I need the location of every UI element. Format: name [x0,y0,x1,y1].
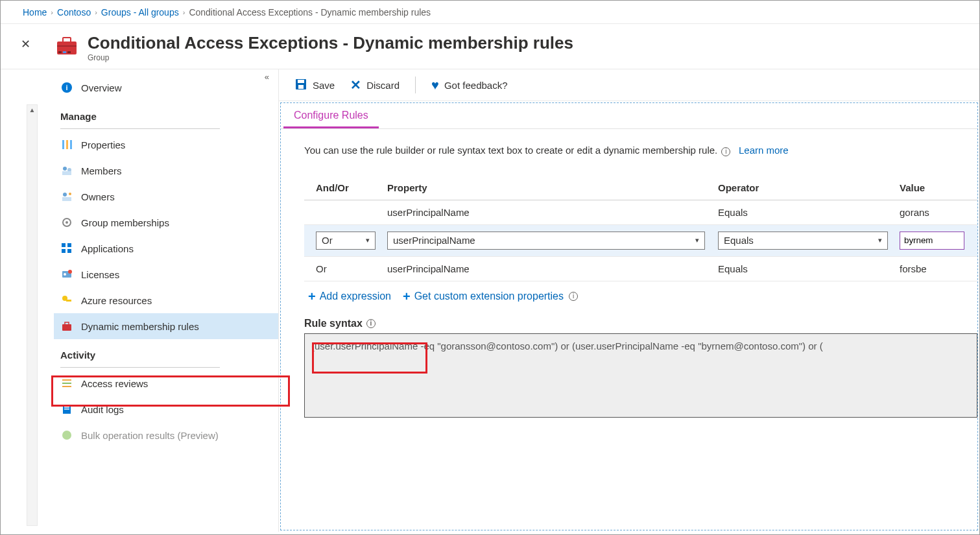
chevron-down-icon: ▾ [366,236,370,244]
sidebar-item-owners[interactable]: Owners [54,184,278,209]
value-input[interactable] [900,232,964,250]
sidebar-item-label: Licenses [81,269,119,280]
col-header-andor: And/Or [304,176,382,200]
operator-dropdown[interactable]: Equals ▾ [718,232,888,250]
sidebar-item-audit-logs[interactable]: Audit logs [54,396,278,422]
sidebar-item-applications[interactable]: Applications [54,235,278,261]
plus-icon: + [403,292,411,301]
svg-rect-35 [64,409,69,410]
sidebar-item-label: Bulk operation results (Preview) [81,430,219,441]
plus-icon: + [308,292,316,301]
rule-syntax-label: Rule syntax i [304,318,977,329]
col-header-property: Property [382,176,713,200]
briefcase-icon [60,320,73,333]
svg-point-18 [66,221,68,224]
group-briefcase-icon [55,36,78,56]
close-icon[interactable]: ✕ [19,37,32,51]
page-title: Conditional Access Exceptions - Dynamic … [88,33,573,53]
heart-icon: ♥ [431,78,439,93]
sidebar-item-label: Azure resources [81,295,152,306]
breadcrumb-contoso[interactable]: Contoso [57,7,91,18]
svg-rect-1 [63,38,71,42]
sidebar-item-group-memberships[interactable]: Group memberships [54,209,278,235]
svg-rect-34 [64,407,69,408]
feedback-button[interactable]: ♥ Got feedback? [429,77,510,94]
key-icon [60,294,73,307]
table-row[interactable]: userPrincipalName Equals gorans [304,200,977,224]
svg-rect-38 [298,80,304,83]
discard-label: Discard [366,80,400,91]
tab-bar: Configure Rules [281,103,977,129]
sidebar-section-manage: Manage [54,101,278,126]
sidebar-item-access-reviews[interactable]: Access reviews [54,370,278,396]
svg-rect-2 [57,45,77,47]
get-custom-extension-button[interactable]: + Get custom extension properties i [403,291,578,302]
svg-rect-9 [66,140,68,149]
sidebar-item-licenses[interactable]: Licenses [54,261,278,287]
sidebar-item-dynamic-rules[interactable]: Dynamic membership rules [54,313,278,339]
page-subtitle: Group [88,53,573,62]
andor-dropdown[interactable]: Or ▾ [316,232,376,250]
svg-rect-5 [67,51,71,53]
sidebar-item-bulk-results[interactable]: Bulk operation results (Preview) [54,422,278,448]
owners-icon [60,190,73,203]
sidebar-item-overview[interactable]: i Overview [54,75,278,101]
svg-rect-20 [67,243,71,247]
checklist-icon [60,377,73,390]
scrollbar[interactable]: ▲ [27,104,38,526]
chevron-right-icon: › [95,8,97,16]
svg-rect-21 [62,249,66,253]
gear-icon [60,216,73,229]
svg-rect-27 [66,300,71,302]
learn-more-link[interactable]: Learn more [739,145,789,156]
sidebar-item-label: Overview [81,82,122,93]
sidebar-item-label: Dynamic membership rules [81,321,199,332]
save-button[interactable]: Save [292,77,337,94]
rule-syntax-textbox[interactable]: (user.userPrincipalName -eq "goransson@c… [304,333,977,418]
members-icon [60,164,73,177]
col-header-value: Value [894,176,977,200]
svg-rect-39 [298,85,304,89]
svg-rect-15 [62,197,71,201]
chevron-right-icon: › [183,8,185,16]
sidebar-item-azure-resources[interactable]: Azure resources [54,287,278,313]
info-icon[interactable]: i [366,319,376,328]
main-panel: Save ✕ Discard ♥ Got feedback? Configure… [278,69,979,532]
info-icon[interactable]: i [721,147,730,156]
info-icon[interactable]: i [569,292,578,301]
svg-rect-10 [70,140,72,149]
breadcrumb-groups[interactable]: Groups - All groups [101,7,179,18]
sidebar-item-label: Properties [81,139,125,150]
svg-rect-22 [67,249,71,253]
save-icon [294,78,307,93]
sidebar: « i Overview Manage Properties Members [38,69,278,532]
chevron-right-icon: › [51,8,53,16]
col-header-operator: Operator [713,176,894,200]
sidebar-item-label: Audit logs [81,404,124,415]
collapse-sidebar-icon[interactable]: « [265,72,269,82]
svg-point-14 [63,193,67,196]
svg-point-25 [68,270,72,274]
svg-rect-3 [58,51,62,53]
svg-rect-19 [62,243,66,247]
discard-button[interactable]: ✕ Discard [348,76,402,94]
tab-configure-rules[interactable]: Configure Rules [283,103,379,128]
chevron-down-icon: ▾ [695,236,699,244]
svg-point-36 [62,431,71,440]
license-icon [60,268,73,281]
scroll-up-icon[interactable]: ▲ [27,105,37,115]
property-dropdown[interactable]: userPrincipalName ▾ [387,232,705,250]
feedback-label: Got feedback? [444,80,508,91]
svg-rect-8 [62,140,64,149]
table-row[interactable]: Or userPrincipalName Equals forsbe [304,256,977,281]
chevron-down-icon: ▾ [878,236,882,244]
page-header: ✕ Conditional Access Exceptions - Dynami… [1,24,979,69]
svg-point-24 [64,273,66,276]
sidebar-item-properties[interactable]: Properties [54,132,278,158]
breadcrumb-current: Conditional Access Exceptions - Dynamic … [189,7,431,18]
svg-rect-4 [63,51,66,53]
add-expression-button[interactable]: + Add expression [308,291,391,302]
sidebar-item-members[interactable]: Members [54,158,278,184]
breadcrumb-home[interactable]: Home [23,7,47,18]
table-row-editing[interactable]: Or ▾ userPrincipalName ▾ [304,224,977,256]
